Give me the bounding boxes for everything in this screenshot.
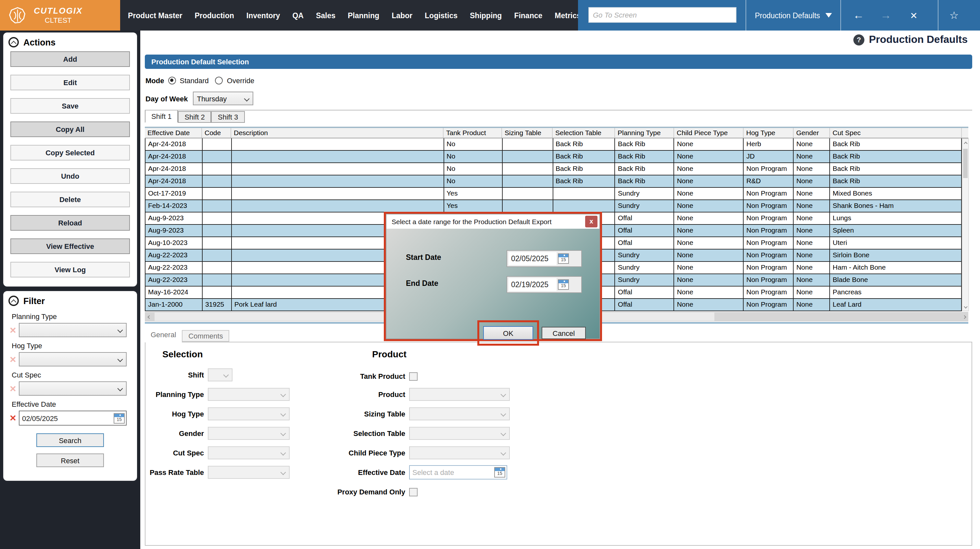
forward-button[interactable]: → xyxy=(877,0,895,30)
column-header-tank-product[interactable]: Tank Product xyxy=(444,128,502,138)
nav-item-planning[interactable]: Planning xyxy=(348,11,379,19)
undo-button[interactable]: Undo xyxy=(10,168,130,184)
tab-shift-3[interactable]: Shift 3 xyxy=(212,111,245,123)
actions-panel-title: Actions xyxy=(23,37,56,47)
collapse-actions-icon[interactable] xyxy=(8,37,19,48)
delete-button[interactable]: Delete xyxy=(10,192,130,207)
reset-button[interactable]: Reset xyxy=(37,453,104,467)
calendar-icon[interactable]: 15 xyxy=(114,413,125,423)
cut-spec-select[interactable] xyxy=(208,446,290,460)
cell-description xyxy=(232,163,444,175)
scroll-up-icon[interactable] xyxy=(963,141,967,145)
effective-date-filter-input[interactable] xyxy=(21,413,114,423)
effective-date-input[interactable] xyxy=(411,468,494,477)
nav-item-sales[interactable]: Sales xyxy=(316,11,336,19)
column-header-planning-type[interactable]: Planning Type xyxy=(615,128,674,138)
search-button[interactable]: Search xyxy=(37,433,104,447)
effective-date-field: 15 xyxy=(409,465,507,479)
shift-select[interactable] xyxy=(208,369,232,381)
cell-code xyxy=(203,151,232,163)
vertical-scrollbar[interactable] xyxy=(962,138,969,311)
calendar-icon[interactable]: 15 xyxy=(494,467,505,477)
edit-button[interactable]: Edit xyxy=(10,75,130,90)
planning-type-select[interactable] xyxy=(208,388,290,401)
collapse-filter-icon[interactable] xyxy=(8,295,19,306)
go-to-screen-input[interactable] xyxy=(589,7,737,23)
add-button[interactable]: Add xyxy=(10,51,130,67)
top-nav-bar: CUTLOGIX CLTEST Product MasterProduction… xyxy=(0,0,980,30)
copy-all-button[interactable]: Copy All xyxy=(10,121,130,137)
back-button[interactable]: ← xyxy=(850,0,868,30)
screen-selector-dropdown[interactable]: Production Defaults xyxy=(746,0,840,30)
clear-date-icon[interactable]: ✕ xyxy=(7,413,19,423)
start-date-input[interactable] xyxy=(509,252,557,265)
clear-filter-icon[interactable]: ✕ xyxy=(7,384,19,393)
product-select[interactable] xyxy=(409,388,510,401)
nav-item-inventory[interactable]: Inventory xyxy=(247,11,280,19)
table-row[interactable]: Apr-24-2018NoBack RibBack RibNoneHerbNon… xyxy=(145,138,962,151)
nav-item-qa[interactable]: QA xyxy=(292,11,304,19)
tab-shift-1[interactable]: Shift 1 xyxy=(145,110,178,123)
filter-cut-spec-select[interactable] xyxy=(19,381,127,396)
tab-general[interactable]: General xyxy=(145,329,182,342)
ok-button[interactable]: OK xyxy=(483,326,533,340)
table-row[interactable]: Apr-24-2018NoBack RibBack RibNoneNon Pro… xyxy=(145,163,962,176)
nav-item-shipping[interactable]: Shipping xyxy=(470,11,502,19)
calendar-icon[interactable]: 15 xyxy=(558,254,569,264)
chevron-down-icon xyxy=(280,431,286,436)
day-of-week-select[interactable]: Thursday xyxy=(193,92,253,105)
column-header-sizing-table[interactable]: Sizing Table xyxy=(502,128,553,138)
nav-item-product-master[interactable]: Product Master xyxy=(128,11,182,19)
gender-select[interactable] xyxy=(208,427,290,440)
column-header-description[interactable]: Description xyxy=(231,128,444,138)
nav-item-production[interactable]: Production xyxy=(194,11,234,19)
table-row[interactable]: Apr-24-2018NoBack RibBack RibNoneR&DNone… xyxy=(145,176,962,188)
scrollbar-thumb[interactable] xyxy=(963,149,968,178)
cell-code: 31925 xyxy=(203,299,232,311)
filter-hog-type-select[interactable] xyxy=(19,352,127,366)
calendar-icon[interactable]: 15 xyxy=(558,279,569,290)
column-header-hog-type[interactable]: Hog Type xyxy=(744,128,794,138)
column-header-gender[interactable]: Gender xyxy=(794,128,830,138)
pass-rate-table-select[interactable] xyxy=(208,466,290,479)
view-log-button[interactable]: View Log xyxy=(10,262,130,278)
radio-override[interactable] xyxy=(215,77,223,84)
table-row[interactable]: Feb-14-2023YesSundryNoneNon ProgramNoneS… xyxy=(145,200,962,212)
close-screen-button[interactable]: ✕ xyxy=(906,0,921,30)
scroll-right-icon[interactable] xyxy=(962,315,966,318)
clear-filter-icon[interactable]: ✕ xyxy=(7,325,19,335)
scroll-left-icon[interactable] xyxy=(147,315,151,318)
nav-item-labor[interactable]: Labor xyxy=(391,11,412,19)
nav-item-logistics[interactable]: Logistics xyxy=(425,11,458,19)
tab-shift-2[interactable]: Shift 2 xyxy=(178,111,211,123)
column-header-effective-date[interactable]: Effective Date xyxy=(145,128,202,138)
sizing-table-select[interactable] xyxy=(409,407,510,420)
nav-item-finance[interactable]: Finance xyxy=(514,11,542,19)
reload-button[interactable]: Reload xyxy=(10,215,130,231)
hog-type-select[interactable] xyxy=(208,407,290,420)
column-header-selection-table[interactable]: Selection Table xyxy=(553,128,615,138)
copy-selected-button[interactable]: Copy Selected xyxy=(10,145,130,161)
save-button[interactable]: Save xyxy=(10,98,130,114)
column-header-code[interactable]: Code xyxy=(202,128,231,138)
scroll-down-icon[interactable] xyxy=(963,304,967,308)
help-icon[interactable]: ? xyxy=(853,34,864,45)
tank-product-checkbox[interactable] xyxy=(409,372,418,380)
column-header-cut-spec[interactable]: Cut Spec xyxy=(830,128,962,138)
tab-comments[interactable]: Comments xyxy=(182,330,229,342)
table-row[interactable]: Apr-24-2018NoBack RibBack RibNoneJDNoneB… xyxy=(145,151,962,163)
column-header-child-piece-type[interactable]: Child Piece Type xyxy=(674,128,744,138)
view-effective-button[interactable]: View Effective xyxy=(10,238,130,254)
favorite-star-icon[interactable]: ☆ xyxy=(945,0,963,30)
selection-table-select[interactable] xyxy=(409,427,510,440)
dialog-close-button[interactable]: x xyxy=(585,216,598,227)
end-date-input[interactable] xyxy=(509,278,557,291)
proxy-demand-only-checkbox[interactable] xyxy=(409,488,418,496)
clear-filter-icon[interactable]: ✕ xyxy=(7,354,19,364)
child-piece-type-select[interactable] xyxy=(409,446,510,460)
filter-planning-type-select[interactable] xyxy=(19,323,127,337)
table-row[interactable]: Oct-17-2019YesSundryNoneNon ProgramNoneM… xyxy=(145,188,962,200)
nav-item-metrics[interactable]: Metrics xyxy=(555,11,581,19)
radio-standard[interactable] xyxy=(168,77,176,84)
cancel-button[interactable]: Cancel xyxy=(542,327,586,339)
